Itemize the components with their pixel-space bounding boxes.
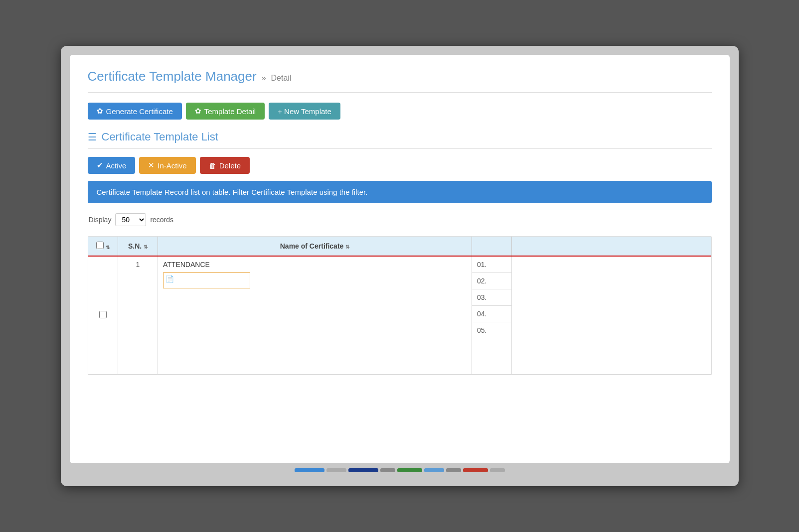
section-title: ☰ Certificate Template List — [88, 131, 712, 143]
certificate-name: ATTENDANCE — [163, 261, 467, 268]
td-numbers: 01. 02. 03. 04. 05. — [472, 256, 512, 375]
generate-certificate-label: Generate Certificate — [106, 107, 173, 116]
display-label: Display — [89, 216, 112, 224]
filter-buttons-row: ✔ Active ✕ In-Active 🗑 Delete — [88, 157, 712, 174]
settings-icon: ✿ — [97, 107, 103, 116]
active-label: Active — [106, 161, 127, 170]
new-template-label: + New Template — [278, 107, 331, 116]
screen-inner: Certificate Template Manager » Detail ✿ … — [70, 55, 730, 463]
template-detail-label: Template Detail — [204, 107, 256, 116]
action-buttons-row: ✿ Generate Certificate ✿ Template Detail… — [88, 103, 712, 120]
th-name: Name of Certificate ⇅ — [158, 237, 472, 256]
marker-gray1 — [326, 468, 346, 472]
marker-gray2 — [380, 468, 395, 472]
certificate-image-placeholder — [163, 272, 250, 288]
new-template-button[interactable]: + New Template — [269, 103, 340, 120]
sort-icon-checkbox: ⇅ — [106, 245, 110, 250]
inactive-button[interactable]: ✕ In-Active — [139, 157, 195, 174]
marker-blue — [295, 468, 324, 472]
num-cell-2: 02. — [472, 273, 511, 289]
td-checkbox — [88, 256, 118, 375]
template-detail-button[interactable]: ✿ Template Detail — [186, 103, 265, 120]
active-button[interactable]: ✔ Active — [88, 157, 136, 174]
page-title: Certificate Template Manager — [88, 69, 257, 84]
trash-icon: 🗑 — [209, 161, 216, 170]
table-header-row: ⇅ S.N. ⇅ Name of Certificate ⇅ — [88, 237, 711, 256]
records-suffix: records — [150, 216, 173, 224]
td-extra — [512, 256, 711, 375]
section-title-label: Certificate Template List — [102, 131, 218, 143]
th-num — [472, 237, 512, 256]
marker-darkblue — [348, 468, 378, 472]
certificate-table: ⇅ S.N. ⇅ Name of Certificate ⇅ — [88, 237, 711, 375]
display-select[interactable]: 10 25 50 100 — [115, 213, 146, 226]
markers-row — [70, 468, 730, 472]
marker-lightblue — [424, 468, 444, 472]
th-checkbox: ⇅ — [88, 237, 118, 256]
td-sn: 1 — [118, 256, 158, 375]
breadcrumb-sep: » — [262, 74, 266, 83]
page-title-area: Certificate Template Manager » Detail — [88, 69, 712, 84]
num-cell-4: 04. — [472, 306, 511, 322]
breadcrumb-current: Detail — [271, 74, 292, 83]
template-detail-icon: ✿ — [195, 107, 201, 116]
th-sn: S.N. ⇅ — [118, 237, 158, 256]
th-extra — [512, 237, 711, 256]
table-row: 1 ATTENDANCE 01. 02. — [88, 256, 711, 375]
num-cells: 01. 02. 03. 04. 05. — [472, 257, 511, 338]
row-checkbox[interactable] — [99, 311, 107, 318]
generate-certificate-button[interactable]: ✿ Generate Certificate — [88, 103, 182, 120]
marker-gray3 — [446, 468, 461, 472]
sort-icon-name: ⇅ — [345, 244, 349, 250]
title-divider — [88, 92, 712, 93]
delete-button[interactable]: 🗑 Delete — [200, 157, 250, 174]
marker-green — [397, 468, 422, 472]
sort-icon-sn: ⇅ — [144, 244, 148, 250]
select-all-checkbox[interactable] — [96, 242, 104, 249]
display-row: Display 10 25 50 100 records — [88, 210, 712, 229]
marker-gray4 — [490, 468, 505, 472]
td-name: ATTENDANCE — [158, 256, 472, 375]
screen-frame: Certificate Template Manager » Detail ✿ … — [61, 46, 739, 486]
num-cell-5: 05. — [472, 322, 511, 338]
section-divider — [88, 148, 712, 149]
x-icon: ✕ — [148, 161, 155, 170]
delete-label: Delete — [219, 161, 241, 170]
check-icon: ✔ — [97, 161, 103, 170]
num-cell-3: 03. — [472, 289, 511, 306]
num-cell-1: 01. — [472, 257, 511, 273]
marker-red — [463, 468, 488, 472]
name-cell-inner: ATTENDANCE — [163, 261, 467, 370]
list-icon: ☰ — [88, 131, 97, 143]
inactive-label: In-Active — [158, 161, 186, 170]
info-text: Certificate Template Record list on tabl… — [97, 188, 368, 196]
table-wrapper: ⇅ S.N. ⇅ Name of Certificate ⇅ — [88, 236, 712, 375]
info-bar: Certificate Template Record list on tabl… — [88, 181, 712, 203]
page-content: Certificate Template Manager » Detail ✿ … — [70, 55, 730, 385]
